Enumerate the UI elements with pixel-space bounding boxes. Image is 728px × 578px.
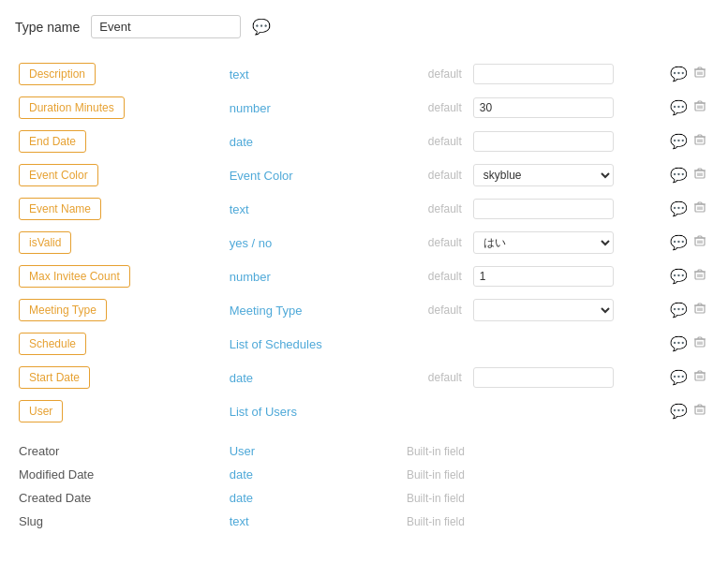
builtin-field-type: date bbox=[226, 486, 403, 510]
field-type-label: text bbox=[226, 57, 403, 91]
builtin-row: Modified DatedateBuilt-in field bbox=[15, 463, 713, 486]
field-name-button[interactable]: Max Invitee Count bbox=[19, 265, 130, 288]
default-value-input[interactable] bbox=[473, 97, 614, 118]
delete-button[interactable] bbox=[691, 66, 709, 82]
field-name-button[interactable]: Meeting Type bbox=[19, 299, 107, 321]
comment-button[interactable]: 💬 bbox=[667, 200, 691, 217]
comment-button[interactable]: 💬 bbox=[667, 268, 691, 285]
builtin-label: Built-in field bbox=[403, 463, 713, 486]
builtin-label: Built-in field bbox=[403, 486, 713, 510]
field-name-button[interactable]: End Date bbox=[19, 130, 86, 153]
builtin-field-name: Modified Date bbox=[15, 463, 226, 486]
default-label: default bbox=[403, 259, 469, 293]
table-row: isValidyes / nodefaultはいいいえ💬 bbox=[15, 226, 713, 259]
table-row: Event ColorEvent Colordefaultskyblueredg… bbox=[15, 158, 713, 192]
fields-table: Descriptiontextdefault💬Duration Minutesn… bbox=[15, 57, 713, 533]
builtin-row: SlugtextBuilt-in field bbox=[15, 510, 713, 533]
default-label: default bbox=[403, 226, 469, 259]
builtin-field-type: text bbox=[226, 510, 403, 533]
comment-button[interactable]: 💬 bbox=[667, 66, 691, 82]
builtin-row: CreatorUserBuilt-in field bbox=[15, 439, 713, 463]
table-row: Event Nametextdefault💬 bbox=[15, 192, 713, 226]
builtin-label: Built-in field bbox=[403, 439, 713, 463]
builtin-label: Built-in field bbox=[403, 510, 713, 533]
delete-button[interactable] bbox=[691, 302, 709, 318]
default-value-input[interactable] bbox=[473, 266, 614, 287]
builtin-field-type: User bbox=[226, 439, 403, 463]
table-row: ScheduleList of Schedules💬 bbox=[15, 327, 713, 361]
default-label: default bbox=[403, 293, 469, 327]
field-type-label: List of Users bbox=[226, 394, 403, 428]
default-value-input[interactable] bbox=[473, 131, 614, 152]
delete-button[interactable] bbox=[691, 167, 709, 183]
delete-button[interactable] bbox=[691, 200, 709, 216]
default-value-input[interactable] bbox=[473, 64, 614, 84]
default-label: default bbox=[403, 125, 469, 158]
comment-button[interactable]: 💬 bbox=[667, 133, 691, 150]
field-type-label: number bbox=[226, 259, 403, 293]
delete-button[interactable] bbox=[691, 234, 709, 250]
table-row: Descriptiontextdefault💬 bbox=[15, 57, 713, 91]
field-name-button[interactable]: Event Color bbox=[19, 164, 98, 186]
default-label: default bbox=[403, 361, 469, 394]
builtin-row: Created DatedateBuilt-in field bbox=[15, 486, 713, 510]
field-type-label: List of Schedules bbox=[226, 327, 403, 361]
delete-button[interactable] bbox=[691, 335, 709, 351]
field-name-button[interactable]: Start Date bbox=[19, 366, 90, 389]
comment-button[interactable]: 💬 bbox=[667, 167, 691, 184]
table-row: Start Datedatedefault💬 bbox=[15, 361, 713, 394]
field-type-label: Event Color bbox=[226, 158, 403, 192]
default-label: default bbox=[403, 192, 469, 226]
field-name-button[interactable]: isValid bbox=[19, 231, 71, 254]
field-type-label: date bbox=[226, 361, 403, 394]
field-type-label: date bbox=[226, 125, 403, 158]
default-value-input[interactable] bbox=[473, 367, 614, 388]
field-name-button[interactable]: Event Name bbox=[19, 198, 101, 220]
table-row: Meeting TypeMeeting Typedefault💬 bbox=[15, 293, 713, 327]
builtin-field-name: Created Date bbox=[15, 486, 226, 510]
default-label bbox=[403, 327, 469, 361]
delete-button[interactable] bbox=[691, 403, 709, 419]
header-comment-icon[interactable]: 💬 bbox=[252, 18, 271, 36]
builtin-field-type: date bbox=[226, 463, 403, 486]
default-value-input[interactable] bbox=[473, 199, 614, 219]
field-name-button[interactable]: Duration Minutes bbox=[19, 96, 125, 119]
comment-button[interactable]: 💬 bbox=[667, 99, 691, 116]
field-type-label: yes / no bbox=[226, 226, 403, 259]
delete-button[interactable] bbox=[691, 99, 709, 115]
field-name-button[interactable]: Description bbox=[19, 63, 96, 85]
builtin-field-name: Creator bbox=[15, 439, 226, 463]
delete-button[interactable] bbox=[691, 133, 709, 149]
default-value-select[interactable]: はいいいえ bbox=[473, 231, 614, 254]
type-name-label: Type name bbox=[15, 20, 80, 35]
delete-button[interactable] bbox=[691, 369, 709, 385]
comment-button[interactable]: 💬 bbox=[667, 369, 691, 386]
table-row: End Datedatedefault💬 bbox=[15, 125, 713, 158]
comment-button[interactable]: 💬 bbox=[667, 335, 691, 352]
comment-button[interactable]: 💬 bbox=[667, 302, 691, 319]
header-row: Type name 💬 bbox=[15, 15, 713, 38]
default-label: default bbox=[403, 91, 469, 125]
field-name-button[interactable]: User bbox=[19, 400, 63, 422]
table-row: Max Invitee Countnumberdefault💬 bbox=[15, 259, 713, 293]
default-label bbox=[403, 394, 469, 428]
type-name-input[interactable] bbox=[91, 15, 241, 38]
default-label: default bbox=[403, 158, 469, 192]
builtin-field-name: Slug bbox=[15, 510, 226, 533]
comment-button[interactable]: 💬 bbox=[667, 403, 691, 420]
default-value-select[interactable] bbox=[473, 299, 614, 321]
field-name-button[interactable]: Schedule bbox=[19, 333, 86, 355]
default-label: default bbox=[403, 57, 469, 91]
field-type-label: Meeting Type bbox=[226, 293, 403, 327]
table-row: Duration Minutesnumberdefault💬 bbox=[15, 91, 713, 125]
field-type-label: number bbox=[226, 91, 403, 125]
table-row: UserList of Users💬 bbox=[15, 394, 713, 428]
default-value-select[interactable]: skyblueredgreenblueorange bbox=[473, 164, 614, 186]
comment-button[interactable]: 💬 bbox=[667, 234, 691, 251]
delete-button[interactable] bbox=[691, 268, 709, 284]
field-type-label: text bbox=[226, 192, 403, 226]
